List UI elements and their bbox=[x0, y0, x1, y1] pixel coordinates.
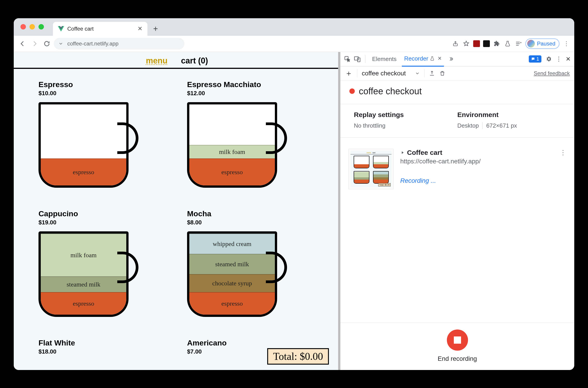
tab-close-button[interactable]: ✕ bbox=[138, 25, 143, 32]
close-window-button[interactable] bbox=[21, 24, 26, 29]
new-recording-button[interactable]: ＋ bbox=[345, 68, 353, 78]
recorder-footer: End recording bbox=[340, 322, 574, 370]
ingredient-layer: steamed milk bbox=[189, 254, 275, 274]
page-viewport: menu cart (0) Espresso$10.00espressoEspr… bbox=[14, 52, 340, 370]
environment-device: Desktop bbox=[457, 122, 479, 129]
window-controls bbox=[21, 24, 44, 29]
site-info-icon[interactable] bbox=[58, 41, 63, 46]
ingredient-layer: espresso bbox=[41, 158, 126, 185]
profile-status: Paused bbox=[537, 41, 555, 47]
drink-name: Americano bbox=[187, 339, 315, 347]
environment-heading: Environment bbox=[457, 111, 561, 119]
export-icon[interactable] bbox=[429, 71, 435, 76]
step-thumbnail: menucart Total: $0.00 bbox=[348, 149, 393, 189]
drink-card[interactable]: Cappucino$19.00milk foamsteamed milkespr… bbox=[39, 209, 167, 332]
devtools-tabbar: Elements Recorder ✕ 1 ⋮ ✕ bbox=[340, 52, 574, 66]
ingredient-layer: milk foam bbox=[41, 234, 126, 276]
back-button[interactable] bbox=[18, 39, 27, 48]
nav-menu-link[interactable]: menu bbox=[146, 56, 168, 66]
devtools-tab-elements[interactable]: Elements bbox=[370, 52, 399, 66]
vue-favicon bbox=[58, 26, 64, 31]
drink-name: Mocha bbox=[187, 209, 315, 218]
devtools-tab-recorder[interactable]: Recorder ✕ bbox=[402, 52, 444, 67]
forward-button[interactable] bbox=[30, 39, 39, 48]
drink-price: $8.00 bbox=[187, 219, 315, 226]
devtools-panel: Elements Recorder ✕ 1 ⋮ ✕ bbox=[340, 52, 574, 370]
issues-badge[interactable]: 1 bbox=[529, 55, 541, 63]
device-toggle-icon[interactable] bbox=[354, 56, 361, 62]
replay-throttling-value[interactable]: No throttling bbox=[354, 122, 457, 129]
step-status: Recording ... bbox=[400, 177, 566, 184]
share-icon[interactable] bbox=[452, 40, 459, 48]
cup-illustration: milk foamsteamed milkespresso bbox=[39, 231, 135, 317]
step-title: Coffee cart bbox=[407, 149, 442, 156]
site-nav: menu cart (0) bbox=[14, 52, 340, 69]
cup-illustration: espresso bbox=[39, 102, 135, 188]
browser-window: Coffee cart ✕ + coffee-cart.netlify.app … bbox=[14, 18, 574, 370]
end-recording-label: End recording bbox=[438, 355, 477, 362]
ingredient-layer: whipped cream bbox=[189, 234, 275, 254]
devtools-more-icon[interactable]: ⋮ bbox=[556, 56, 562, 63]
avatar bbox=[527, 40, 535, 48]
browser-titlebar: Coffee cart ✕ + bbox=[14, 18, 574, 36]
url-text: coffee-cart.netlify.app bbox=[67, 41, 118, 47]
profile-button[interactable]: Paused bbox=[525, 39, 559, 49]
ingredient-layer: steamed milk bbox=[41, 276, 126, 292]
drink-price: $12.00 bbox=[187, 90, 315, 97]
reload-button[interactable] bbox=[42, 39, 51, 48]
inspect-element-icon[interactable] bbox=[344, 56, 351, 62]
chat-icon bbox=[531, 57, 535, 61]
address-bar[interactable]: coffee-cart.netlify.app bbox=[54, 38, 184, 49]
maximize-window-button[interactable] bbox=[39, 24, 44, 29]
labs-icon[interactable] bbox=[504, 40, 512, 48]
environment-viewport: 672×671 px bbox=[486, 122, 517, 129]
chrome-menu-button[interactable]: ⋮ bbox=[563, 40, 570, 48]
drink-name: Cappucino bbox=[39, 209, 167, 218]
devtools-settings-icon[interactable] bbox=[545, 56, 552, 62]
drink-price: $10.00 bbox=[39, 90, 167, 97]
drink-card[interactable]: Mocha$8.00whipped creamsteamed milkchoco… bbox=[187, 209, 315, 332]
step-url: https://coffee-cart.netlify.app/ bbox=[400, 158, 566, 165]
minimize-window-button[interactable] bbox=[29, 24, 35, 29]
tab-title: Coffee cart bbox=[67, 26, 94, 32]
drink-card[interactable]: Flat White$18.00 bbox=[39, 339, 167, 370]
browser-tab[interactable]: Coffee cart ✕ bbox=[53, 22, 147, 36]
send-feedback-link[interactable]: Send feedback bbox=[534, 70, 570, 76]
recording-header: coffee checkout bbox=[340, 81, 574, 104]
nav-cart-link[interactable]: cart (0) bbox=[181, 56, 208, 66]
ingredient-layer: espresso bbox=[189, 292, 275, 315]
tab-close-icon[interactable]: ✕ bbox=[438, 56, 442, 61]
step-more-button[interactable]: ⋮ bbox=[560, 149, 566, 156]
ingredient-layer: chocolate syrup bbox=[189, 274, 275, 292]
recording-title[interactable]: coffee checkout bbox=[359, 86, 422, 96]
extensions-icon[interactable] bbox=[493, 40, 501, 48]
recording-selector-label: coffee checkout bbox=[362, 70, 406, 77]
replay-settings-heading: Replay settings bbox=[354, 111, 457, 119]
flask-icon bbox=[430, 56, 435, 61]
recorder-toolbar: ＋ coffee checkout Send feedback bbox=[340, 66, 574, 81]
reading-list-icon[interactable] bbox=[514, 40, 522, 48]
extension-icon-1[interactable] bbox=[473, 40, 480, 47]
recording-dot-icon bbox=[349, 88, 355, 94]
drink-name: Flat White bbox=[39, 339, 167, 347]
delete-icon[interactable] bbox=[440, 71, 445, 76]
bookmark-icon[interactable] bbox=[462, 40, 470, 48]
devtools-close-icon[interactable]: ✕ bbox=[566, 56, 571, 63]
browser-toolbar: coffee-cart.netlify.app Paused ⋮ bbox=[14, 36, 574, 52]
expand-triangle-icon[interactable] bbox=[400, 150, 405, 155]
recording-step[interactable]: menucart Total: $0.00 Coffee cart ⋮ ht bbox=[348, 149, 566, 189]
extension-icon-2[interactable] bbox=[483, 40, 490, 47]
end-recording-button[interactable] bbox=[447, 330, 468, 351]
chevron-down-icon bbox=[415, 71, 420, 76]
drink-card[interactable]: Espresso$10.00espresso bbox=[39, 80, 167, 203]
drink-price: $19.00 bbox=[39, 219, 167, 226]
menu-grid: Espresso$10.00espressoEspresso Macchiato… bbox=[14, 69, 340, 370]
new-tab-button[interactable]: + bbox=[150, 23, 161, 35]
total-box[interactable]: Total: $0.00 bbox=[267, 348, 329, 364]
more-tabs-icon[interactable] bbox=[448, 56, 454, 62]
drink-name: Espresso Macchiato bbox=[187, 80, 315, 89]
drink-card[interactable]: Espresso Macchiato$12.00milk foamespress… bbox=[187, 80, 315, 203]
recording-selector[interactable]: coffee checkout bbox=[362, 70, 420, 77]
ingredient-layer: espresso bbox=[41, 292, 126, 315]
ingredient-layer: milk foam bbox=[189, 145, 275, 158]
